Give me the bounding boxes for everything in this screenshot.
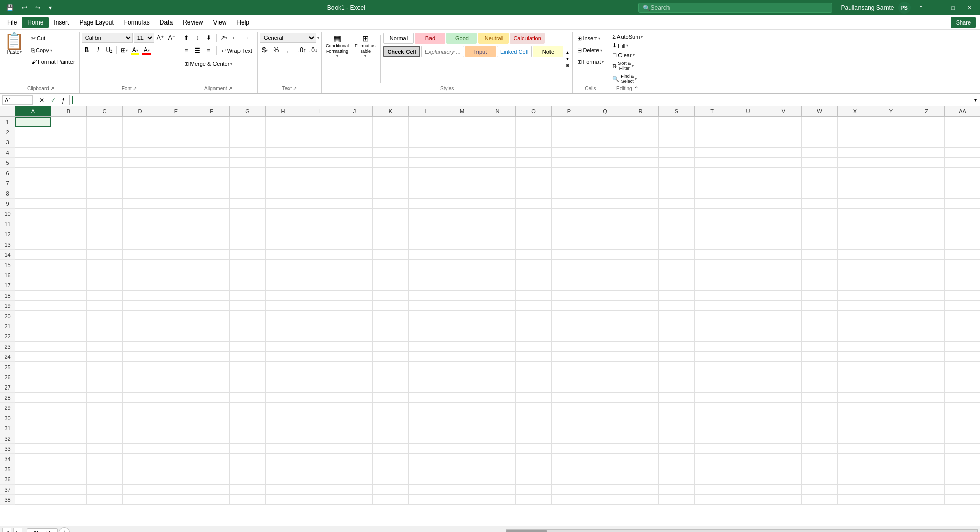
cell-T31[interactable] bbox=[695, 423, 730, 433]
cell-J37[interactable] bbox=[337, 485, 373, 495]
cell-D24[interactable] bbox=[123, 352, 158, 362]
cell-Z31[interactable] bbox=[909, 423, 945, 433]
orientation-button[interactable]: ↗▾ bbox=[219, 33, 229, 43]
cell-L15[interactable] bbox=[409, 260, 444, 270]
cell-Q10[interactable] bbox=[587, 209, 623, 219]
cell-J9[interactable] bbox=[337, 199, 373, 209]
cell-T13[interactable] bbox=[695, 239, 730, 250]
cell-J2[interactable] bbox=[337, 127, 373, 137]
cell-X25[interactable] bbox=[838, 362, 873, 372]
cell-D6[interactable] bbox=[123, 168, 158, 178]
cell-I9[interactable] bbox=[301, 199, 337, 209]
cell-J36[interactable] bbox=[337, 474, 373, 485]
cell-L25[interactable] bbox=[409, 362, 444, 372]
cell-B29[interactable] bbox=[51, 403, 87, 413]
cell-X33[interactable] bbox=[838, 444, 873, 454]
cell-N23[interactable] bbox=[480, 342, 516, 352]
cell-H33[interactable] bbox=[266, 444, 301, 454]
menu-insert[interactable]: Insert bbox=[49, 17, 74, 28]
cell-T36[interactable] bbox=[695, 474, 730, 485]
cell-P8[interactable] bbox=[552, 188, 587, 199]
cell-U23[interactable] bbox=[730, 342, 766, 352]
cell-V14[interactable] bbox=[766, 250, 802, 260]
row-num-26[interactable]: 26 bbox=[0, 372, 15, 382]
cell-O32[interactable] bbox=[516, 433, 552, 444]
cell-T8[interactable] bbox=[695, 188, 730, 199]
cell-Q13[interactable] bbox=[587, 239, 623, 250]
cell-U8[interactable] bbox=[730, 188, 766, 199]
cell-R17[interactable] bbox=[623, 280, 659, 291]
cell-S7[interactable] bbox=[659, 178, 695, 188]
menu-review[interactable]: Review bbox=[178, 17, 208, 28]
cell-M36[interactable] bbox=[444, 474, 480, 485]
cell-I3[interactable] bbox=[301, 137, 337, 148]
cell-K5[interactable] bbox=[373, 158, 409, 168]
cell-V30[interactable] bbox=[766, 413, 802, 423]
cell-X2[interactable] bbox=[838, 127, 873, 137]
cell-L30[interactable] bbox=[409, 413, 444, 423]
cell-E33[interactable] bbox=[158, 444, 194, 454]
cell-D29[interactable] bbox=[123, 403, 158, 413]
formula-input[interactable] bbox=[72, 96, 971, 104]
cell-M35[interactable] bbox=[444, 464, 480, 474]
cell-Q19[interactable] bbox=[587, 301, 623, 311]
cell-Y3[interactable] bbox=[873, 137, 909, 148]
row-num-6[interactable]: 6 bbox=[0, 168, 15, 178]
cell-V17[interactable] bbox=[766, 280, 802, 291]
cell-J24[interactable] bbox=[337, 352, 373, 362]
cell-X36[interactable] bbox=[838, 474, 873, 485]
cell-T20[interactable] bbox=[695, 311, 730, 321]
cell-C29[interactable] bbox=[87, 403, 123, 413]
col-header-o[interactable]: O bbox=[516, 106, 552, 116]
cell-M10[interactable] bbox=[444, 209, 480, 219]
row-num-23[interactable]: 23 bbox=[0, 342, 15, 352]
cell-K21[interactable] bbox=[373, 321, 409, 331]
row-num-37[interactable]: 37 bbox=[0, 485, 15, 495]
cell-V37[interactable] bbox=[766, 485, 802, 495]
cell-W35[interactable] bbox=[802, 464, 838, 474]
cell-N36[interactable] bbox=[480, 474, 516, 485]
cell-T26[interactable] bbox=[695, 372, 730, 382]
cell-V20[interactable] bbox=[766, 311, 802, 321]
cell-C10[interactable] bbox=[87, 209, 123, 219]
increase-font-button[interactable]: A⁺ bbox=[155, 33, 165, 43]
cell-D21[interactable] bbox=[123, 321, 158, 331]
cell-P27[interactable] bbox=[552, 382, 587, 393]
row-num-20[interactable]: 20 bbox=[0, 311, 15, 321]
style-normal[interactable]: Normal bbox=[383, 33, 414, 44]
cell-W24[interactable] bbox=[802, 352, 838, 362]
cell-K19[interactable] bbox=[373, 301, 409, 311]
cell-J22[interactable] bbox=[337, 331, 373, 342]
cell-F34[interactable] bbox=[194, 454, 230, 464]
cell-S24[interactable] bbox=[659, 352, 695, 362]
cell-S5[interactable] bbox=[659, 158, 695, 168]
cell-Z26[interactable] bbox=[909, 372, 945, 382]
cell-G22[interactable] bbox=[230, 331, 266, 342]
cell-D23[interactable] bbox=[123, 342, 158, 352]
cell-A19[interactable] bbox=[15, 301, 51, 311]
cell-H11[interactable] bbox=[266, 219, 301, 229]
row-num-9[interactable]: 9 bbox=[0, 199, 15, 209]
cell-Z9[interactable] bbox=[909, 199, 945, 209]
customize-qat-button[interactable]: ▾ bbox=[46, 3, 54, 12]
cell-K24[interactable] bbox=[373, 352, 409, 362]
cell-N28[interactable] bbox=[480, 393, 516, 403]
cell-M12[interactable] bbox=[444, 229, 480, 239]
cell-U17[interactable] bbox=[730, 280, 766, 291]
cell-N8[interactable] bbox=[480, 188, 516, 199]
cell-W2[interactable] bbox=[802, 127, 838, 137]
cell-N25[interactable] bbox=[480, 362, 516, 372]
cell-Y38[interactable] bbox=[873, 495, 909, 505]
cell-U24[interactable] bbox=[730, 352, 766, 362]
cell-J11[interactable] bbox=[337, 219, 373, 229]
cell-E29[interactable] bbox=[158, 403, 194, 413]
cell-H29[interactable] bbox=[266, 403, 301, 413]
cell-V19[interactable] bbox=[766, 301, 802, 311]
cell-T6[interactable] bbox=[695, 168, 730, 178]
cell-H28[interactable] bbox=[266, 393, 301, 403]
cell-G38[interactable] bbox=[230, 495, 266, 505]
cell-S17[interactable] bbox=[659, 280, 695, 291]
cell-F2[interactable] bbox=[194, 127, 230, 137]
cell-F14[interactable] bbox=[194, 250, 230, 260]
cell-U21[interactable] bbox=[730, 321, 766, 331]
